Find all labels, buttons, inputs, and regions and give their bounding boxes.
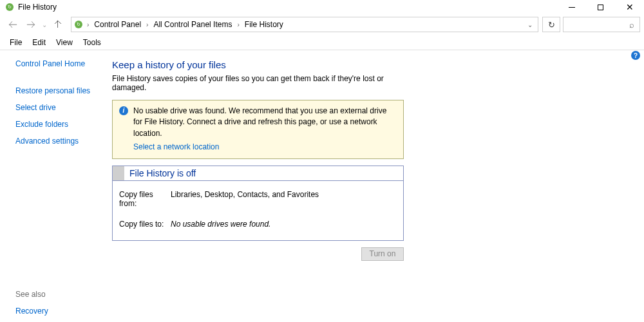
copy-from-value: Libraries, Desktop, Contacts, and Favori…	[171, 190, 319, 208]
sidebar-home[interactable]: Control Panel Home	[15, 59, 104, 68]
info-icon: i	[119, 106, 128, 115]
status-title: File History is off	[124, 168, 196, 178]
sidebar-item-restore[interactable]: Restore personal files	[15, 86, 104, 95]
turn-on-button[interactable]: Turn on	[361, 247, 404, 261]
address-bar[interactable]: ↻ › Control Panel › All Control Panel It…	[71, 17, 538, 32]
main-panel: Keep a history of your files File Histor…	[112, 50, 408, 322]
sidebar-item-select-drive[interactable]: Select drive	[15, 103, 104, 112]
search-icon: ⌕	[629, 20, 634, 30]
breadcrumb-item[interactable]: File History	[243, 20, 285, 29]
select-network-location-link[interactable]: Select a network location	[133, 142, 219, 153]
menu-view[interactable]: View	[52, 37, 77, 48]
status-box: File History is off Copy files from: Lib…	[112, 166, 404, 241]
menu-tools[interactable]: Tools	[79, 37, 106, 48]
page-description: File History saves copies of your files …	[112, 74, 408, 92]
history-dropdown[interactable]: ⌄	[40, 17, 49, 32]
sidebar-item-advanced[interactable]: Advanced settings	[15, 137, 104, 146]
address-dropdown[interactable]: ⌄	[525, 21, 535, 28]
page-title: Keep a history of your files	[112, 59, 408, 70]
see-also-block: See also Recovery	[15, 270, 104, 316]
copy-from-label: Copy files from:	[119, 190, 171, 208]
sidebar-item-exclude[interactable]: Exclude folders	[15, 120, 104, 129]
window-title: File History	[18, 3, 57, 12]
nav-row: 🡠 🡢 ⌄ 🡡 ↻ › Control Panel › All Control …	[0, 14, 644, 35]
menu-bar: File Edit View Tools	[0, 35, 644, 50]
copy-to-value: No usable drives were found.	[171, 220, 270, 229]
back-button[interactable]: 🡠	[4, 17, 22, 32]
copy-to-label: Copy files to:	[119, 220, 171, 229]
up-button[interactable]: 🡡	[49, 17, 67, 32]
refresh-button[interactable]: ↻	[542, 17, 560, 32]
breadcrumb-item[interactable]: All Control Panel Items	[152, 20, 233, 29]
close-button[interactable]: ✕	[615, 0, 644, 14]
menu-file[interactable]: File	[5, 37, 26, 48]
file-history-icon: ↻	[5, 3, 14, 12]
sidebar-item-recovery[interactable]: Recovery	[15, 307, 48, 316]
see-also-heading: See also	[15, 290, 104, 299]
chevron-right-icon[interactable]: ›	[236, 21, 240, 28]
chevron-right-icon[interactable]: ›	[86, 21, 90, 28]
notice-text: No usable drive was found. We recommend …	[133, 106, 386, 138]
help-button[interactable]: ?	[631, 51, 640, 60]
title-bar: ↻ File History ✕	[0, 0, 644, 14]
notice-box: i No usable drive was found. We recommen…	[112, 100, 404, 159]
maximize-button[interactable]	[586, 0, 615, 14]
menu-edit[interactable]: Edit	[28, 37, 50, 48]
minimize-button[interactable]	[557, 0, 586, 14]
file-history-icon: ↻	[74, 20, 83, 29]
forward-button[interactable]: 🡢	[22, 17, 40, 32]
status-icon	[113, 166, 124, 180]
search-input[interactable]: ⌕	[563, 17, 640, 32]
breadcrumb-item[interactable]: Control Panel	[93, 20, 142, 29]
content-area: ? Control Panel Home Restore personal fi…	[0, 50, 644, 322]
chevron-right-icon[interactable]: ›	[145, 21, 149, 28]
window-controls: ✕	[557, 0, 644, 14]
sidebar: Control Panel Home Restore personal file…	[0, 50, 112, 322]
